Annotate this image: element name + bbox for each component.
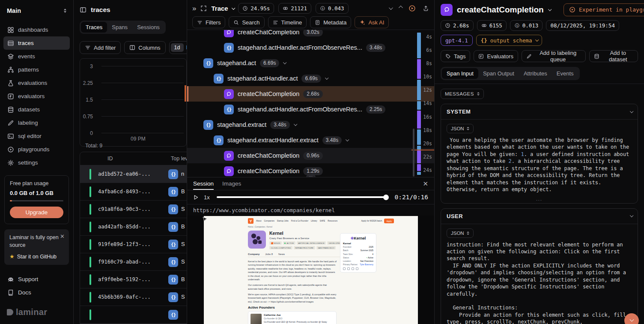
scrollbar-thumb[interactable]	[413, 129, 414, 177]
sidebar-item-traces[interactable]: traces	[3, 36, 70, 50]
embed-nav-link[interactable]: Resources	[328, 220, 337, 222]
table-row[interactable]: c91a8f6a-90c3-... {} S	[80, 201, 187, 218]
close-icon[interactable]: ✕	[60, 233, 65, 240]
yc-logo[interactable]: Y	[248, 218, 253, 224]
embed-nav-link[interactable]: Startup Jobs	[277, 220, 289, 222]
expand-icon[interactable]	[200, 5, 207, 12]
embed-tab-company[interactable]: Company	[248, 253, 259, 255]
span-tree-row[interactable]: createChatCompletion 0.96s	[187, 148, 434, 163]
span-tree-row[interactable]: {} stagehand.actHandler.act 6.69s	[187, 71, 434, 86]
chevron-down-icon[interactable]	[389, 6, 393, 10]
close-icon[interactable]: ✕	[423, 180, 428, 188]
run-playground-icon[interactable]	[408, 5, 416, 12]
table-row[interactable]: 919fe89d-12f3-... {} S	[80, 236, 187, 253]
sidebar-item-events[interactable]: events	[3, 50, 70, 63]
chevron-up-icon[interactable]	[399, 6, 403, 10]
tab-images[interactable]: Images	[222, 177, 241, 190]
collapse-panel-icon[interactable]: »	[192, 5, 196, 12]
github-star-link[interactable]: ★ Star it on GitHub	[9, 253, 64, 260]
span-tree-row[interactable]: createChatCompletion 3.02s	[187, 30, 434, 40]
embed-tag-badge[interactable]: CLOUD-COMPUTING	[269, 246, 292, 249]
table-row[interactable]: 45b6b369-0afc-... {} S	[80, 288, 187, 306]
evaluators-button[interactable]: Evaluators	[474, 50, 518, 62]
span-tree-row[interactable]: {} stagehand.act 6.69s	[187, 55, 434, 71]
output-schema-badge[interactable]: {} output schema	[476, 35, 542, 46]
span-tree-row[interactable]: {} stagehand.actHandler.actFromObserveRe…	[187, 102, 434, 117]
embed-nav-link[interactable]: Companies	[264, 220, 274, 222]
upgrade-button[interactable]: Upgrade	[10, 207, 63, 218]
tab-traces[interactable]: Traces	[81, 22, 107, 33]
time-range-1d[interactable]: 1d	[171, 43, 184, 52]
workspace-switcher[interactable]: Main	[0, 0, 73, 21]
filters-button[interactable]: Filters	[192, 16, 225, 28]
chevron-down-icon[interactable]	[346, 138, 349, 141]
span-tree-row[interactable]: createChatCompletion 2.68s	[187, 86, 434, 102]
sidebar-item-evaluations[interactable]: evaluations	[3, 76, 70, 90]
message-content[interactable]: instruction: Find the most relevant elem…	[441, 239, 638, 324]
table-row[interactable]: 4afba6cd-8493-... {} B	[80, 183, 187, 201]
chevron-down-icon[interactable]	[325, 76, 328, 80]
workspace-switch-icon[interactable]	[64, 9, 66, 13]
metadata-button[interactable]: Metadata	[310, 16, 351, 28]
search-button[interactable]: Search	[229, 16, 264, 28]
slider-knob[interactable]	[383, 195, 389, 200]
timeline-button[interactable]: Timeline	[268, 16, 307, 28]
sidebar-item-datasets[interactable]: datasets	[3, 103, 70, 116]
tab-events[interactable]: Events	[552, 68, 578, 79]
format-selector[interactable]: JSON	[447, 228, 474, 238]
panel-resize-handle[interactable]: ······	[306, 175, 315, 177]
tab-attributes[interactable]: Attributes	[519, 68, 552, 79]
messages-selector[interactable]: MESSAGES	[441, 89, 484, 99]
embed-nav-link[interactable]: SAFE	[320, 220, 325, 222]
embed-tag-badge[interactable]: INFRASTRUCTURE	[294, 246, 315, 249]
format-selector[interactable]: JSON	[447, 124, 474, 133]
table-row[interactable]: ad1bd572-ea06-... {} n	[80, 165, 187, 183]
span-tree-row[interactable]: {} stagehand.extract 3.48s	[187, 117, 434, 132]
embed-batch-badge[interactable]: YW2025	[269, 241, 282, 245]
embed-nav-link[interactable]: Find a Co-Founder	[291, 220, 308, 222]
span-tree-row[interactable]: {} stagehand.extractHandler.extract 3.48…	[187, 132, 434, 148]
chevron-down-icon[interactable]	[294, 123, 297, 126]
embed-tab-jobs[interactable]: Jobs 8	[265, 253, 273, 255]
experiment-playground-button[interactable]: Experiment in playground	[564, 3, 644, 16]
expand-ellipsis[interactable]: ...	[441, 197, 638, 203]
sidebar-item-sql-editor[interactable]: sql editor	[3, 129, 70, 143]
ask-ai-button[interactable]: Ask AI	[355, 16, 389, 28]
sidebar-item-playgrounds[interactable]: playgrounds	[3, 143, 70, 156]
embed-apply-button[interactable]: Apply	[384, 219, 394, 223]
table-row[interactable]: {}	[80, 306, 187, 324]
sidebar-item-evaluators[interactable]: evaluators	[3, 90, 70, 103]
table-row[interactable]: af9f0ebe-5192-... {} B	[80, 271, 187, 288]
sidebar-item-dashboards[interactable]: dashboards	[3, 23, 70, 36]
embed-nav-link[interactable]: Library	[311, 220, 317, 222]
trace-dropdown[interactable]: Trace	[211, 5, 234, 12]
tab-span-input[interactable]: Span Input	[442, 68, 478, 79]
playback-speed[interactable]: 1x	[204, 194, 210, 201]
sidebar-item-settings[interactable]: settings	[3, 156, 70, 169]
share-icon[interactable]	[423, 5, 429, 12]
embed-breadcrumb[interactable]: Home › Companies › Kernel	[248, 226, 394, 228]
table-row[interactable]: f9160c79-abad-... {} S	[80, 253, 187, 271]
sidebar-item-labeling[interactable]: labeling	[3, 116, 70, 129]
add-filter-button[interactable]: Add filter	[80, 41, 121, 54]
add-to-dataset-button[interactable]: Add to dataset	[589, 50, 638, 62]
system-message-header[interactable]: SYSTEM	[441, 104, 638, 120]
sidebar-item-patterns[interactable]: patterns	[3, 63, 70, 76]
tab-span-output[interactable]: Span Output	[478, 68, 519, 79]
embed-tab-news[interactable]: News	[278, 253, 285, 255]
chevron-down-icon[interactable]	[283, 61, 287, 64]
panel-layout-icon[interactable]	[80, 6, 86, 13]
embed-tag-badge[interactable]: SAN FRANCISCO	[316, 246, 336, 249]
tags-button[interactable]: Tags	[441, 50, 470, 62]
columns-button[interactable]: Columns	[124, 41, 165, 54]
span-tree-row[interactable]: {} stagehand.actHandler.actFromObserveRe…	[187, 40, 434, 55]
tab-spans[interactable]: Spans	[107, 22, 132, 33]
timeline-minimap[interactable]	[417, 33, 421, 176]
add-to-labeling-queue-button[interactable]: Add to labeling queue	[522, 50, 586, 62]
user-message-header[interactable]: USER	[441, 209, 638, 224]
playback-slider[interactable]	[217, 196, 388, 198]
embed-nav-link[interactable]: About	[256, 220, 262, 222]
tab-session[interactable]: Session	[193, 177, 214, 190]
play-icon[interactable]	[193, 195, 199, 200]
tab-sessions[interactable]: Sessions	[132, 22, 164, 33]
